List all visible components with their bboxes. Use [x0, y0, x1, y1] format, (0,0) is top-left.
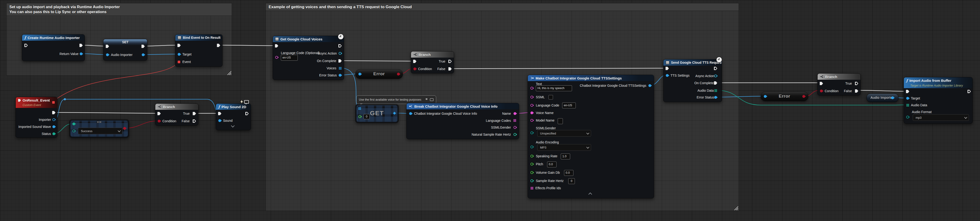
- node-equal-enum[interactable]: == Success: [69, 119, 129, 138]
- audio-encoding-pin[interactable]: [530, 146, 533, 148]
- error-status-pin[interactable]: [714, 96, 717, 99]
- target-pin[interactable]: [906, 97, 909, 100]
- error-status-in-pin[interactable]: [358, 73, 361, 75]
- text-input[interactable]: Hi, this is my speech: [536, 85, 572, 91]
- exec-in-pin[interactable]: [665, 67, 669, 70]
- collapse-pins-chevron[interactable]: [589, 192, 592, 196]
- language-code-pin[interactable]: [275, 56, 278, 59]
- exec-in-pin[interactable]: [158, 112, 161, 115]
- audio-importer-in-pin[interactable]: [106, 53, 109, 56]
- target-pin[interactable]: [178, 53, 180, 56]
- language-codes-array-pin[interactable]: [514, 119, 514, 120]
- error-status-pin[interactable]: [339, 74, 342, 76]
- audio-data-array-pin[interactable]: [907, 104, 907, 105]
- node-onresult-custom-event[interactable]: OnResult_Event Custom Event Importer Imp…: [16, 97, 57, 138]
- event-delegate-pin[interactable]: [178, 60, 180, 63]
- true-exec-pin[interactable]: [449, 60, 452, 63]
- exec-out-pin[interactable]: [52, 111, 56, 114]
- blueprint-canvas[interactable]: Set up audio import and playback via Run…: [0, 0, 980, 221]
- bool-out-pin[interactable]: [802, 95, 805, 98]
- node-set-audio-importer[interactable]: SET Audio Importer: [103, 39, 147, 60]
- index-pin[interactable]: [358, 115, 361, 118]
- text-pin[interactable]: [530, 87, 533, 89]
- false-exec-pin[interactable]: [855, 89, 858, 93]
- equal-result-pin[interactable]: [123, 127, 126, 130]
- node-send-tts-request[interactable]: Send Google Cloud TTS Request TTS Settin…: [663, 59, 722, 102]
- tts-settings-out-pin[interactable]: [648, 84, 651, 87]
- exec-in-pin[interactable]: [820, 82, 823, 85]
- volume-gain-input[interactable]: 0.0: [564, 170, 573, 176]
- on-complete-exec-pin[interactable]: [339, 59, 342, 62]
- true-exec-pin[interactable]: [855, 82, 858, 85]
- expand-pins-chevron[interactable]: [231, 124, 235, 128]
- language-code-pin[interactable]: [530, 104, 533, 107]
- ssml-pin[interactable]: [530, 96, 533, 99]
- exec-in-pin[interactable]: [24, 44, 28, 47]
- voice-info-in-pin[interactable]: [409, 112, 412, 115]
- audio-encoding-dropdown[interactable]: MP3: [537, 144, 591, 151]
- exec-out-pin[interactable]: [967, 90, 971, 93]
- node-play-sound-2d[interactable]: ƒ Play Sound 2D Sound: [216, 103, 251, 130]
- exec-out-pin[interactable]: [714, 67, 717, 70]
- bubble-toggle-icon[interactable]: [430, 98, 434, 101]
- enum-value-dropdown[interactable]: Success: [78, 128, 123, 134]
- tts-settings-pin[interactable]: [666, 74, 668, 77]
- volume-gain-pin[interactable]: [530, 171, 533, 174]
- audio-format-pin[interactable]: [906, 116, 909, 119]
- audio-importer-out-pin[interactable]: [142, 53, 145, 56]
- node-error-macro-1[interactable]: Error: [355, 69, 403, 79]
- name-pin[interactable]: [514, 112, 516, 115]
- node-create-runtime-audio-importer[interactable]: ƒ Create Runtime Audio Importer Return V…: [22, 34, 85, 61]
- comment-resize-handle[interactable]: [227, 71, 231, 75]
- speaking-rate-pin[interactable]: [530, 155, 533, 157]
- exec-out-pin[interactable]: [339, 44, 342, 48]
- node-branch-2[interactable]: Branch True Condition False: [411, 51, 454, 73]
- exec-in-pin[interactable]: [413, 60, 417, 63]
- comment-title[interactable]: Set up audio import and playback via Run…: [6, 3, 232, 16]
- node-import-audio-from-buffer[interactable]: ƒ Import Audio from Buffer Target is Run…: [904, 77, 973, 124]
- ssml-gender-pin[interactable]: [530, 132, 533, 134]
- ssml-gender-pin[interactable]: [514, 126, 516, 129]
- node-get-google-cloud-voices[interactable]: Get Google Cloud Voices Language Code (O…: [273, 36, 344, 80]
- bool-out-pin[interactable]: [397, 73, 400, 75]
- ssml-gender-dropdown[interactable]: Unspecified: [537, 130, 591, 137]
- async-action-pin[interactable]: [714, 75, 717, 77]
- equal-input-a-pin[interactable]: [72, 122, 75, 125]
- exec-in-pin[interactable]: [906, 90, 909, 93]
- speaking-rate-input[interactable]: 1.0: [561, 154, 570, 159]
- sample-rate-input[interactable]: 0: [568, 178, 575, 184]
- false-exec-pin[interactable]: [449, 67, 452, 70]
- node-break-voice-info[interactable]: Break Chatbot Integrator Google Cloud Vo…: [406, 103, 519, 139]
- true-exec-pin[interactable]: [193, 112, 196, 115]
- node-branch-1[interactable]: Branch True Condition False: [155, 103, 198, 126]
- node-error-macro-2[interactable]: Error: [761, 92, 808, 101]
- exec-in-pin[interactable]: [218, 112, 221, 115]
- node-bind-event-to-on-result[interactable]: Bind Event to On Result Target Event: [175, 34, 223, 67]
- comment-title[interactable]: Example of getting voices and then sendi…: [266, 3, 739, 11]
- model-name-input[interactable]: [558, 118, 563, 124]
- node-get-audio-importer-variable[interactable]: Audio Importer: [867, 94, 899, 102]
- return-value-pin[interactable]: [80, 52, 83, 55]
- effects-profile-array-pin[interactable]: [531, 187, 531, 188]
- node-make-tts-settings[interactable]: Make Chatbot Integrator Google Cloud TTS…: [528, 75, 654, 199]
- condition-pin[interactable]: [158, 120, 161, 122]
- async-action-pin[interactable]: [339, 52, 342, 55]
- model-name-pin[interactable]: [530, 119, 533, 122]
- exec-out-pin[interactable]: [245, 112, 249, 115]
- node-branch-3[interactable]: Branch True Condition False: [818, 73, 861, 95]
- ssml-checkbox[interactable]: [549, 95, 553, 99]
- voice-name-pin[interactable]: [530, 111, 533, 114]
- exec-in-pin[interactable]: [177, 44, 181, 47]
- condition-pin[interactable]: [414, 67, 416, 70]
- equal-input-b-pin[interactable]: [72, 130, 75, 132]
- status-pin[interactable]: [52, 132, 55, 135]
- exec-out-pin[interactable]: [217, 44, 220, 47]
- exec-out-pin[interactable]: [80, 44, 83, 47]
- language-code-input[interactable]: en-US: [281, 55, 298, 60]
- error-status-in-pin[interactable]: [764, 95, 767, 98]
- language-code-input[interactable]: en-US: [562, 102, 576, 108]
- imported-sound-wave-pin[interactable]: [52, 125, 55, 128]
- comment-resize-handle[interactable]: [734, 206, 738, 210]
- on-complete-exec-pin[interactable]: [714, 81, 717, 85]
- array-in-pin[interactable]: [358, 107, 359, 108]
